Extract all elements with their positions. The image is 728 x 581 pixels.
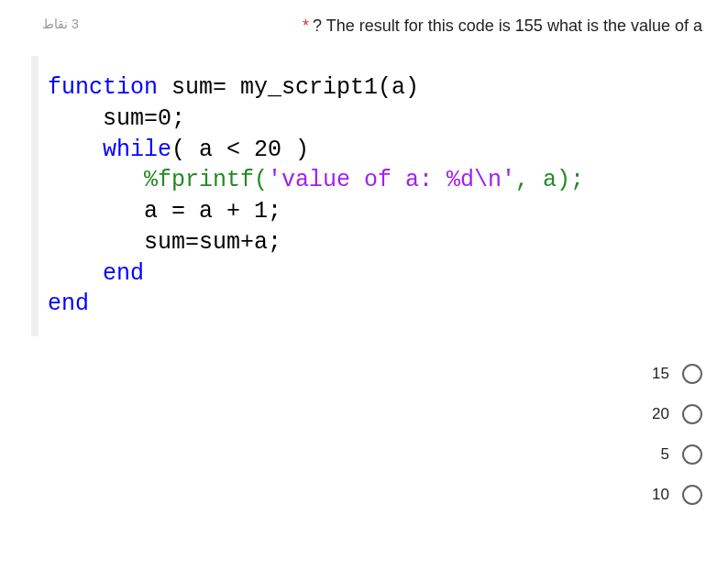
code-text: a = a + 1; xyxy=(48,198,281,225)
code-text: sum= my_script1(a) xyxy=(158,74,419,101)
code-text: sum=sum+a; xyxy=(48,229,281,256)
option-row[interactable]: 20 xyxy=(0,404,702,424)
option-label: 15 xyxy=(652,365,669,383)
code-text xyxy=(48,137,103,163)
code-text: sum=0; xyxy=(48,105,185,132)
option-label: 20 xyxy=(652,405,669,423)
keyword-while: while xyxy=(103,137,171,163)
keyword-end: end xyxy=(103,260,144,287)
keyword-function: function xyxy=(48,74,158,101)
question-header: 3 نقاط *? The result for this code is 15… xyxy=(0,0,728,45)
code-left-border xyxy=(31,56,39,336)
keyword-end: end xyxy=(48,290,89,317)
code-comment: , a); xyxy=(515,167,584,193)
radio-button[interactable] xyxy=(682,404,702,424)
code-text: ( a < 20 ) xyxy=(171,137,309,163)
option-label: 5 xyxy=(661,445,669,464)
code-text xyxy=(48,260,103,287)
question-text: *? The result for this code is 155 what … xyxy=(303,16,702,36)
code-container: function sum= my_script1(a) sum=0; while… xyxy=(31,56,691,336)
option-row[interactable]: 10 xyxy=(0,485,702,505)
question-content: ? The result for this code is 155 what i… xyxy=(313,16,702,35)
radio-button[interactable] xyxy=(682,364,702,384)
required-asterisk: * xyxy=(303,16,309,35)
radio-button[interactable] xyxy=(682,444,702,465)
option-label: 10 xyxy=(652,486,669,504)
option-row[interactable]: 15 xyxy=(0,364,702,384)
option-row[interactable]: 5 xyxy=(0,444,702,465)
code-string: 'value of a: %d\n' xyxy=(268,167,515,193)
points-label: 3 نقاط xyxy=(42,16,79,31)
code-comment: %fprintf( xyxy=(48,167,268,193)
radio-button[interactable] xyxy=(682,485,702,505)
code-block: function sum= my_script1(a) sum=0; while… xyxy=(48,72,682,320)
answer-options: 15 20 5 10 xyxy=(0,364,728,505)
